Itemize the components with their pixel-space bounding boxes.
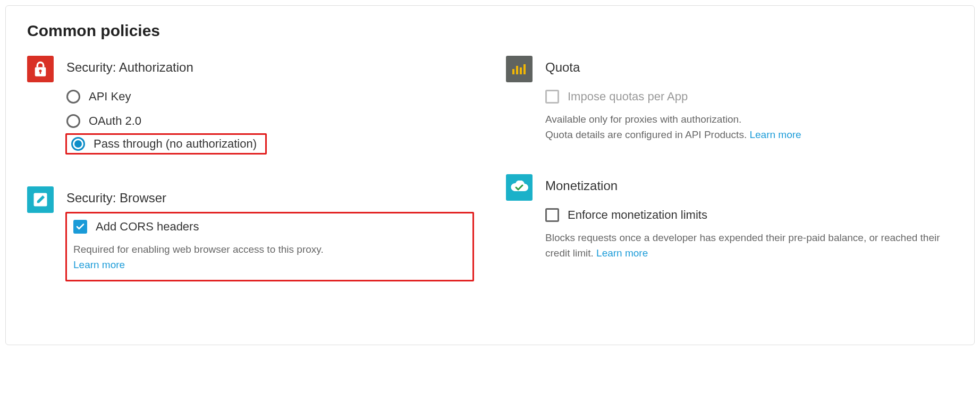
cors-learn-more-link[interactable]: Learn more: [73, 259, 125, 270]
checkbox-row-cors[interactable]: Add CORS headers: [73, 219, 463, 239]
left-column: Security: Authorization API Key OAuth 2.…: [27, 56, 474, 313]
security-browser-heading: Security: Browser: [66, 191, 474, 205]
radio-row-api-key[interactable]: API Key: [66, 84, 474, 109]
security-browser-body: Security: Browser Add CORS headers Requi…: [66, 186, 474, 281]
common-policies-panel: Common policies Security: Authorization: [5, 5, 975, 345]
radio-oauth[interactable]: [66, 114, 80, 128]
security-authorization-heading: Security: Authorization: [66, 60, 474, 75]
radio-oauth-label: OAuth 2.0: [89, 114, 141, 128]
checkbox-row-quota: Impose quotas per App: [545, 84, 953, 109]
svg-rect-5: [516, 66, 518, 74]
security-authorization-body: Security: Authorization API Key OAuth 2.…: [66, 56, 474, 155]
radio-pass-through[interactable]: [71, 137, 85, 151]
checkbox-cors[interactable]: [73, 220, 87, 234]
lock-icon: [27, 56, 54, 82]
cors-help-text: Required for enabling web browser access…: [73, 242, 463, 272]
checkbox-quota-label: Impose quotas per App: [568, 90, 688, 104]
monetization-section: Monetization Enforce monetization limits…: [506, 174, 953, 261]
checkbox-row-monetization[interactable]: Enforce monetization limits: [545, 203, 953, 227]
cloud-check-icon: [506, 174, 533, 201]
monetization-heading: Monetization: [545, 178, 953, 193]
quota-body: Quota Impose quotas per App Available on…: [545, 56, 953, 142]
right-column: Quota Impose quotas per App Available on…: [506, 56, 953, 313]
radio-api-key-label: API Key: [89, 90, 131, 104]
monetization-help-text: Blocks requests once a developer has exp…: [545, 230, 953, 261]
radio-pass-through-label: Pass through (no authorization): [94, 137, 257, 151]
checkbox-cors-label: Add CORS headers: [96, 220, 199, 234]
highlight-cors: Add CORS headers Required for enabling w…: [65, 212, 474, 281]
cors-help: Required for enabling web browser access…: [73, 244, 324, 255]
panel-title: Common policies: [27, 22, 953, 40]
svg-rect-7: [523, 64, 526, 74]
pencil-icon: [27, 186, 54, 213]
policy-columns: Security: Authorization API Key OAuth 2.…: [27, 56, 953, 313]
quota-help-line2: Quota details are configured in API Prod…: [545, 129, 747, 140]
quota-heading: Quota: [545, 60, 953, 75]
checkbox-monetization-label: Enforce monetization limits: [568, 208, 707, 222]
radio-row-oauth[interactable]: OAuth 2.0: [66, 109, 474, 133]
checkbox-monetization[interactable]: [545, 208, 559, 222]
svg-rect-6: [520, 67, 522, 74]
security-authorization-section: Security: Authorization API Key OAuth 2.…: [27, 56, 474, 155]
quota-help-line1: Available only for proxies with authoriz…: [545, 114, 741, 125]
quota-help-text: Available only for proxies with authoriz…: [545, 112, 953, 142]
svg-rect-2: [40, 72, 41, 74]
security-browser-section: Security: Browser Add CORS headers Requi…: [27, 186, 474, 281]
quota-learn-more-link[interactable]: Learn more: [749, 129, 801, 140]
highlight-pass-through: Pass through (no authorization): [65, 133, 267, 155]
checkbox-quota: [545, 90, 559, 104]
radio-api-key[interactable]: [66, 90, 80, 104]
svg-rect-4: [512, 69, 514, 74]
bars-icon: [506, 56, 533, 82]
monetization-body: Monetization Enforce monetization limits…: [545, 174, 953, 261]
quota-section: Quota Impose quotas per App Available on…: [506, 56, 953, 142]
monetization-learn-more-link[interactable]: Learn more: [596, 247, 648, 259]
